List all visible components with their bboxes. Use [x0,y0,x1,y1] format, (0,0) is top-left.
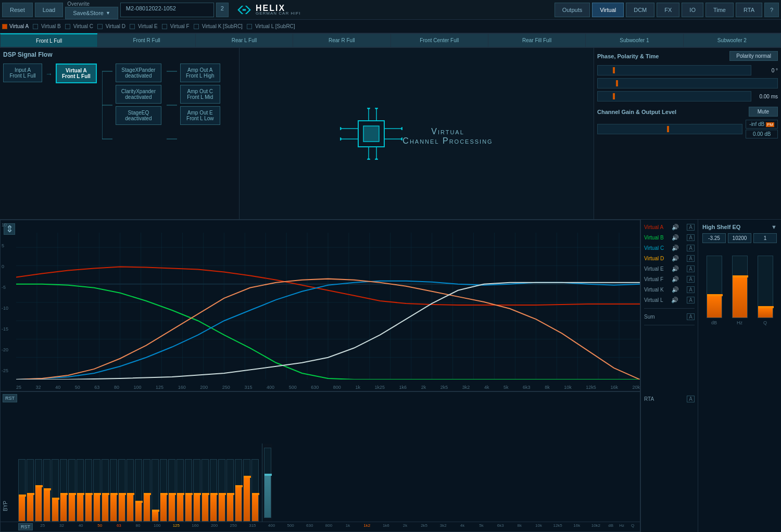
legend-item-ve[interactable]: Virtual E 🔊 A [644,264,695,273]
legend-vf-sound-icon[interactable]: 🔊 [672,276,679,283]
db-value-box[interactable]: 0.00 dB [746,130,778,138]
legend-vk-a-btn[interactable]: A [687,286,695,293]
eq-track-9[interactable] [93,459,100,522]
eq-track-28[interactable] [251,459,259,522]
eq-track-22[interactable] [201,459,209,522]
legend-vf-a-btn[interactable]: A [687,276,695,283]
eq-track-0[interactable] [18,459,26,522]
rst-button[interactable]: RST [3,394,17,402]
channel-tab-4[interactable]: Front Center Full [391,33,488,47]
eq-track-17[interactable] [160,459,167,522]
virtual-tab-e[interactable]: Virtual E [130,23,158,29]
virtual-tab-d[interactable]: Virtual D [97,23,125,29]
rst-bottom-button[interactable]: RST [18,523,33,530]
channel-tab-7[interactable]: Subwoofer 2 [683,33,781,47]
legend-vb-a-btn[interactable]: A [687,234,695,241]
eq-track-20[interactable] [185,459,192,522]
eq-track-14[interactable] [135,459,142,522]
device-number[interactable]: 2 [216,3,229,17]
graph-area[interactable]: ⇕ 10 5 0 -5 -10 -15 -20 -25 [0,220,640,391]
eq-track-7[interactable] [77,459,84,522]
eq-param-db[interactable]: -3.25 [702,233,726,243]
channel-tab-6[interactable]: Subwoofer 1 [585,33,683,47]
virtual-tab-a[interactable]: Virtual A [2,23,29,29]
phase-slider-3[interactable] [597,91,751,102]
eq-track-5[interactable] [60,459,67,522]
virtual-tab-c[interactable]: Virtual C [65,23,93,29]
mute-button[interactable]: Mute [749,107,778,117]
legend-item-vd[interactable]: Virtual D 🔊 A [644,254,695,263]
eq-track-13[interactable] [127,459,134,522]
eq-dropdown-arrow[interactable]: ▼ [771,224,777,230]
polarity-button[interactable]: Polarity normal [729,51,778,61]
legend-item-rta[interactable]: RTA A [644,395,695,403]
amp-out-a-node[interactable]: Amp Out A Front L High [180,64,220,82]
fx-button[interactable]: FX [657,3,679,17]
io-button[interactable]: IO [682,3,703,17]
legend-vl-a-btn[interactable]: A [687,297,695,303]
virtual-tab-l[interactable]: Virtual L [SubRC] [247,23,295,29]
load-button[interactable]: Load [35,3,63,17]
eq-track-12[interactable] [118,459,125,522]
phase-slider-1[interactable] [597,65,751,75]
channel-tab-2[interactable]: Rear L Full [195,33,293,47]
input-node[interactable]: Input A Front L Full [3,64,42,82]
legend-ve-a-btn[interactable]: A [687,265,695,272]
eq-track-1[interactable] [27,459,34,522]
virtual-a-node[interactable]: Virtual A Front L Full [56,64,97,83]
save-store-button[interactable]: Save&Store [65,7,118,19]
virtual-button[interactable]: Virtual [592,3,624,17]
dcm-button[interactable]: DCM [626,3,654,17]
eq-track-27[interactable] [243,459,250,522]
eq-param-hz[interactable]: 10200 [728,233,751,243]
gain-slider[interactable] [597,124,742,134]
time-button[interactable]: Time [706,3,734,17]
eq-track-25[interactable] [226,459,234,522]
eq-track-11[interactable] [110,459,117,522]
legend-sum-a-btn[interactable]: A [687,313,695,320]
legend-item-vb[interactable]: Virtual B 🔊 A [644,233,695,242]
legend-ve-sound-icon[interactable]: 🔊 [672,265,679,272]
legend-vd-a-btn[interactable]: A [687,255,695,262]
legend-va-a-btn[interactable]: A [687,224,695,231]
legend-item-vk[interactable]: Virtual K 🔊 A [644,285,695,294]
virtual-tab-k[interactable]: Virtual K [SubRC] [194,23,243,29]
channel-tab-0[interactable]: Front L Full [0,33,97,47]
reset-button[interactable]: Reset [2,3,33,17]
eq-track-4[interactable] [52,459,59,522]
legend-vc-sound-icon[interactable]: 🔊 [672,245,679,251]
legend-vk-sound-icon[interactable]: 🔊 [672,286,679,293]
phase-slider-2[interactable] [597,78,778,88]
eq-track-18[interactable] [168,459,175,522]
legend-vb-sound-icon[interactable]: 🔊 [672,234,679,241]
eq-track-2[interactable] [35,459,42,522]
clarity-xpander-node[interactable]: ClarityXpander deactivated [116,85,161,104]
eq-track-21[interactable] [193,459,200,522]
legend-item-vf[interactable]: Virtual F 🔊 A [644,275,695,284]
virtual-tab-b[interactable]: Virtual B [33,23,61,29]
virtual-tab-f[interactable]: Virtual F [162,23,190,29]
rta-button[interactable]: RTA [736,3,762,17]
master-vol-track[interactable] [262,444,272,522]
eq-big-track-db[interactable] [707,256,722,318]
inf-db-box[interactable]: -inf dB PM [746,120,778,129]
legend-rta-a-btn[interactable]: A [687,396,695,402]
legend-item-va[interactable]: Virtual A 🔊 A [644,223,695,232]
outputs-button[interactable]: Outputs [555,3,590,17]
channel-tab-1[interactable]: Front R Full [97,33,195,47]
device-name[interactable]: M2-08012022-1052 [120,3,214,17]
eq-track-10[interactable] [102,459,109,522]
eq-track-8[interactable] [85,459,92,522]
legend-vl-sound-icon[interactable]: 🔊 [671,297,678,303]
eq-track-16[interactable] [152,459,159,522]
eq-track-3[interactable] [43,459,51,522]
legend-va-sound-icon[interactable]: 🔊 [672,224,679,231]
master-vol-slider[interactable] [264,448,271,518]
legend-item-vl[interactable]: Virtual L 🔊 A [644,296,695,305]
help-button[interactable]: ? [764,3,779,17]
legend-item-vc[interactable]: Virtual C 🔊 A [644,244,695,252]
legend-vc-a-btn[interactable]: A [687,245,695,251]
stage-xpander-node[interactable]: StageXPander deactivated [116,64,161,82]
amp-out-e-node[interactable]: Amp Out E Front L Low [180,106,220,125]
eq-track-24[interactable] [218,459,225,522]
